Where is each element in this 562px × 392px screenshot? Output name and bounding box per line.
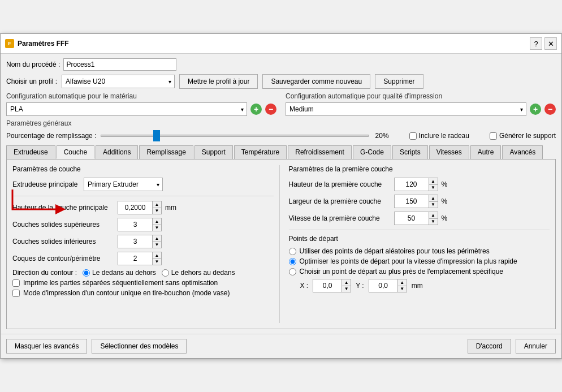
raft-row: Inclure le radeau: [409, 132, 469, 140]
solid-bottom-label: Couches solides inférieures: [12, 238, 114, 245]
tab-refroidissement[interactable]: Refroidissement: [288, 145, 352, 159]
solid-top-up[interactable]: ▲: [153, 218, 161, 225]
tab-vitesses[interactable]: Vitesses: [429, 145, 469, 159]
solid-top-input[interactable]: [118, 218, 152, 231]
perimeters-row: Coques de contour/périmètre ▲ ▼: [12, 252, 274, 265]
save-new-button[interactable]: Sauvegarder comme nouveau: [262, 74, 370, 89]
right-panel-title: Paramètres de la première couche: [289, 165, 550, 173]
first-speed-input[interactable]: [395, 212, 429, 225]
first-width-down[interactable]: ▼: [429, 202, 438, 208]
specific-radio[interactable]: [289, 268, 296, 275]
title-bar: F Paramètres FFF ? ✕: [1, 34, 561, 54]
hide-advanced-button[interactable]: Masquer les avancés: [6, 339, 87, 354]
x-down[interactable]: ▼: [342, 286, 351, 292]
solid-bottom-spinner: ▲ ▼: [118, 235, 162, 248]
material-dropdown-wrap: PLA: [6, 102, 247, 116]
layer-height-spinner: ▲ ▼: [118, 201, 162, 214]
tab-extrudeuse[interactable]: Extrudeuse: [6, 145, 55, 159]
y-down[interactable]: ▼: [398, 286, 407, 292]
material-remove-button[interactable]: −: [265, 104, 276, 115]
layer-height-row: Hauteur de la couche principale ▲ ▼ mm: [12, 201, 274, 214]
perimeters-input[interactable]: [118, 252, 152, 265]
x-up[interactable]: ▲: [342, 279, 351, 286]
direction-outside-label: Le dehors au dedans: [162, 269, 235, 277]
extruder-select[interactable]: Primary Extruder: [84, 178, 163, 191]
first-speed-down[interactable]: ▼: [429, 219, 438, 225]
tab-gcode[interactable]: G-Code: [353, 145, 391, 159]
content-area: Nom du procédé : Choisir un profil : Alf…: [1, 54, 561, 334]
layer-height-input[interactable]: [118, 201, 152, 214]
random-radio[interactable]: [289, 248, 296, 255]
process-input[interactable]: [63, 58, 176, 71]
material-add-button[interactable]: +: [250, 104, 262, 115]
quality-add-button[interactable]: +: [530, 104, 541, 115]
perimeters-up[interactable]: ▲: [153, 252, 161, 259]
first-height-unit: %: [442, 180, 448, 188]
solid-bottom-down[interactable]: ▼: [153, 242, 161, 248]
layer-height-down[interactable]: ▼: [153, 208, 161, 214]
direction-outside-radio[interactable]: [162, 269, 169, 277]
raft-checkbox[interactable]: [409, 132, 417, 140]
direction-label: Direction du contour :: [12, 269, 77, 277]
quality-remove-button[interactable]: −: [544, 104, 556, 115]
first-speed-spinner: ▲ ▼: [394, 212, 438, 225]
tab-remplissage[interactable]: Remplissage: [139, 145, 193, 159]
material-select[interactable]: PLA: [6, 102, 247, 116]
first-height-input[interactable]: [395, 178, 429, 191]
x-label: X :: [300, 282, 309, 290]
y-up[interactable]: ▲: [398, 279, 407, 286]
tab-scripts[interactable]: Scripts: [392, 145, 428, 159]
random-label: Utiliser des points de départ aléatoires…: [300, 247, 490, 255]
solid-bottom-row: Couches solides inférieures ▲ ▼: [12, 235, 274, 248]
support-checkbox[interactable]: [490, 132, 497, 140]
tab-avances[interactable]: Avancés: [502, 145, 543, 159]
main-panel: Paramètres de couche Extrudeuse principa…: [6, 160, 556, 329]
help-button[interactable]: ?: [530, 37, 542, 50]
footer-left: Masquer les avancés Sélectionner des mod…: [6, 339, 187, 354]
quality-select[interactable]: Medium: [286, 102, 526, 116]
xy-row: X : ▲ ▼ Y : ▲ ▼: [289, 279, 550, 292]
optimize-radio[interactable]: [289, 258, 296, 265]
solid-top-down[interactable]: ▼: [153, 225, 161, 231]
profile-select[interactable]: Alfawise U20: [62, 75, 175, 88]
first-width-input[interactable]: [395, 195, 429, 208]
close-button[interactable]: ✕: [544, 37, 557, 50]
solid-bottom-input[interactable]: [118, 235, 152, 248]
tab-couche[interactable]: Couche: [57, 145, 94, 159]
tab-autre[interactable]: Autre: [470, 145, 502, 159]
first-height-down[interactable]: ▼: [429, 185, 438, 191]
first-speed-up[interactable]: ▲: [429, 212, 438, 219]
tab-temperature[interactable]: Température: [234, 145, 287, 159]
tab-additions[interactable]: Additions: [96, 145, 138, 159]
vase-checkbox[interactable]: [12, 290, 20, 297]
optimize-label: Optimiser les points de départ pour la v…: [300, 257, 517, 265]
footer: Masquer les avancés Sélectionner des mod…: [1, 334, 561, 358]
support-row: Générer le support: [490, 132, 556, 140]
random-radio-row: Utiliser des points de départ aléatoires…: [289, 247, 550, 255]
layer-height-up[interactable]: ▲: [153, 201, 161, 208]
x-input[interactable]: [313, 279, 341, 292]
title-bar-left: F Paramètres FFF: [5, 39, 69, 48]
x-spinner: ▲ ▼: [313, 279, 351, 292]
support-label: Générer le support: [499, 132, 556, 140]
sequential-checkbox[interactable]: [12, 279, 20, 287]
first-height-up[interactable]: ▲: [429, 178, 438, 185]
update-profile-button[interactable]: Mettre le profil à jour: [179, 74, 258, 89]
cancel-button[interactable]: Annuler: [516, 339, 556, 354]
ok-button[interactable]: D'accord: [468, 339, 511, 354]
select-models-button[interactable]: Sélectionner des modèles: [92, 339, 187, 354]
first-width-up[interactable]: ▲: [429, 195, 438, 202]
first-speed-spinner-btn: ▲ ▼: [429, 212, 438, 225]
first-width-label: Largeur de la première couche: [289, 197, 391, 205]
solid-bottom-up[interactable]: ▲: [153, 235, 161, 242]
delete-button[interactable]: Supprimer: [375, 74, 423, 89]
direction-inside-radio[interactable]: [83, 269, 90, 277]
start-points-title: Points de départ: [289, 235, 550, 243]
fill-slider[interactable]: [101, 135, 368, 137]
solid-top-spinner: ▲ ▼: [118, 218, 162, 231]
window-title: Paramètres FFF: [18, 40, 69, 48]
specific-radio-row: Choisir un point de départ au plus près …: [289, 268, 550, 275]
tab-support[interactable]: Support: [194, 145, 233, 159]
perimeters-down[interactable]: ▼: [153, 259, 161, 265]
y-input[interactable]: [369, 279, 397, 292]
